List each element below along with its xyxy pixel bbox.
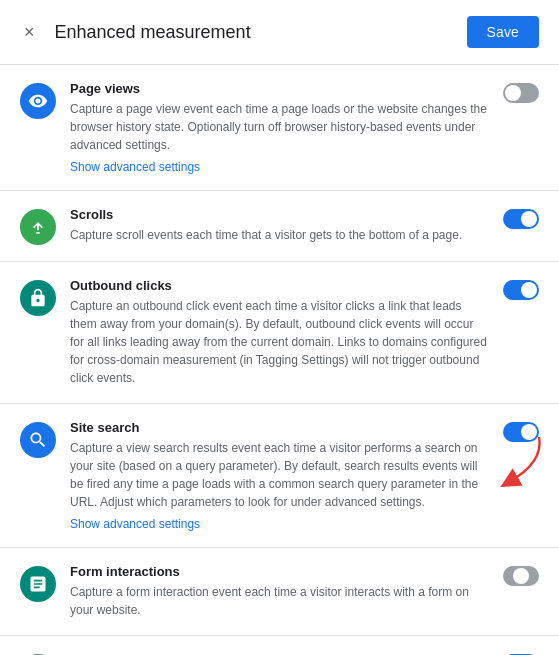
toggle-track-form-interactions bbox=[503, 566, 539, 586]
toggle-area-page-views bbox=[503, 81, 539, 103]
setting-title-form-interactions: Form interactions bbox=[70, 564, 489, 579]
setting-title-scrolls: Scrolls bbox=[70, 207, 489, 222]
scroll-icon bbox=[20, 209, 56, 245]
toggle-thumb-form-interactions bbox=[513, 568, 529, 584]
setting-item-video-engagement: Video engagementCapture video play, prog… bbox=[0, 636, 559, 655]
toggle-area-outbound-clicks bbox=[503, 278, 539, 300]
toggle-form-interactions[interactable] bbox=[503, 566, 539, 586]
setting-title-page-views: Page views bbox=[70, 81, 489, 96]
setting-item-page-views: Page viewsCapture a page view event each… bbox=[0, 65, 559, 191]
form-icon bbox=[20, 566, 56, 602]
dialog-header: × Enhanced measurement Save bbox=[0, 0, 559, 65]
lock-icon bbox=[20, 280, 56, 316]
toggle-area-form-interactions bbox=[503, 564, 539, 586]
setting-desc-outbound-clicks: Capture an outbound click event each tim… bbox=[70, 297, 489, 387]
toggle-track-outbound-clicks bbox=[503, 280, 539, 300]
toggle-thumb-scrolls bbox=[521, 211, 537, 227]
save-button[interactable]: Save bbox=[467, 16, 539, 48]
toggle-thumb-site-search bbox=[521, 424, 537, 440]
toggle-area-scrolls bbox=[503, 207, 539, 229]
setting-item-scrolls: ScrollsCapture scroll events each time t… bbox=[0, 191, 559, 262]
show-advanced-link-page-views[interactable]: Show advanced settings bbox=[70, 160, 200, 174]
setting-content-page-views: Page viewsCapture a page view event each… bbox=[70, 81, 489, 174]
setting-desc-page-views: Capture a page view event each time a pa… bbox=[70, 100, 489, 154]
show-advanced-link-site-search[interactable]: Show advanced settings bbox=[70, 517, 200, 531]
toggle-area-site-search bbox=[503, 420, 539, 442]
setting-title-site-search: Site search bbox=[70, 420, 489, 435]
settings-list: Page viewsCapture a page view event each… bbox=[0, 65, 559, 655]
toggle-track-scrolls bbox=[503, 209, 539, 229]
setting-content-scrolls: ScrollsCapture scroll events each time t… bbox=[70, 207, 489, 244]
setting-desc-site-search: Capture a view search results event each… bbox=[70, 439, 489, 511]
setting-item-site-search: Site searchCapture a view search results… bbox=[0, 404, 559, 548]
toggle-thumb-page-views bbox=[505, 85, 521, 101]
toggle-thumb-outbound-clicks bbox=[521, 282, 537, 298]
setting-content-outbound-clicks: Outbound clicksCapture an outbound click… bbox=[70, 278, 489, 387]
search-icon bbox=[20, 422, 56, 458]
setting-title-outbound-clicks: Outbound clicks bbox=[70, 278, 489, 293]
setting-content-form-interactions: Form interactionsCapture a form interact… bbox=[70, 564, 489, 619]
toggle-page-views[interactable] bbox=[503, 83, 539, 103]
toggle-track-site-search bbox=[503, 422, 539, 442]
setting-content-site-search: Site searchCapture a view search results… bbox=[70, 420, 489, 531]
eye-icon bbox=[20, 83, 56, 119]
toggle-track-page-views bbox=[503, 83, 539, 103]
toggle-scrolls[interactable] bbox=[503, 209, 539, 229]
dialog-title: Enhanced measurement bbox=[55, 22, 251, 43]
setting-item-form-interactions: Form interactionsCapture a form interact… bbox=[0, 548, 559, 636]
header-left: × Enhanced measurement bbox=[20, 19, 251, 45]
setting-item-outbound-clicks: Outbound clicksCapture an outbound click… bbox=[0, 262, 559, 404]
toggle-outbound-clicks[interactable] bbox=[503, 280, 539, 300]
setting-desc-scrolls: Capture scroll events each time that a v… bbox=[70, 226, 489, 244]
toggle-site-search[interactable] bbox=[503, 422, 539, 442]
setting-desc-form-interactions: Capture a form interaction event each ti… bbox=[70, 583, 489, 619]
close-button[interactable]: × bbox=[20, 19, 39, 45]
